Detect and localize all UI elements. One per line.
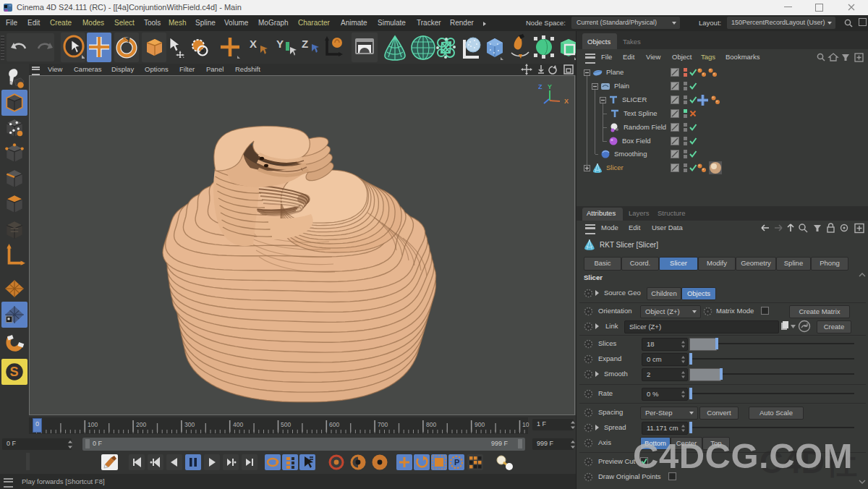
svg-text:10: 10 bbox=[522, 421, 529, 428]
svg-text:Z: Z bbox=[302, 38, 308, 50]
svg-text:400: 400 bbox=[233, 421, 243, 428]
svg-text:100: 100 bbox=[88, 421, 98, 428]
svg-text:200: 200 bbox=[136, 421, 146, 428]
svg-text:Y: Y bbox=[276, 38, 284, 50]
svg-text:300: 300 bbox=[184, 421, 195, 428]
svg-text:X: X bbox=[250, 38, 257, 50]
svg-text:P: P bbox=[454, 458, 459, 467]
svg-text:900: 900 bbox=[475, 421, 485, 428]
svg-text:800: 800 bbox=[426, 421, 436, 428]
svg-text:600: 600 bbox=[329, 421, 339, 428]
svg-text:S: S bbox=[10, 365, 19, 379]
svg-text:500: 500 bbox=[281, 421, 291, 428]
svg-text:700: 700 bbox=[378, 421, 388, 428]
